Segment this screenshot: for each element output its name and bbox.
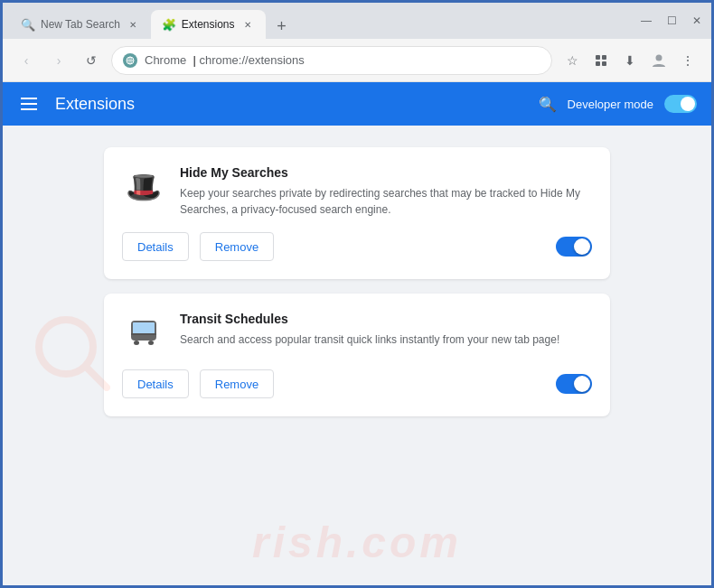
hide-my-searches-icon: 🎩 <box>122 165 165 209</box>
svg-rect-13 <box>133 322 143 335</box>
address-text: Chrome | chrome://extensions <box>145 53 305 67</box>
transit-schedules-remove-button[interactable]: Remove <box>200 369 274 398</box>
tab-search-label: New Tab Search <box>41 18 120 31</box>
transit-schedules-details-button[interactable]: Details <box>122 369 189 398</box>
svg-rect-14 <box>144 322 155 335</box>
extensions-header: Extensions 🔍 Developer mode <box>3 82 711 126</box>
transit-schedules-name: Transit Schedules <box>180 312 592 326</box>
extensions-page-title: Extensions <box>55 95 135 114</box>
url-text: chrome://extensions <box>199 53 304 67</box>
svg-point-8 <box>656 54 662 61</box>
hide-my-searches-details-button[interactable]: Details <box>122 232 189 261</box>
bookmark-icon[interactable]: ☆ <box>559 48 585 73</box>
download-icon[interactable]: ⬇ <box>617 48 643 73</box>
profile-icon[interactable] <box>646 48 672 73</box>
tab-extensions-close[interactable]: ✕ <box>240 17 255 32</box>
transit-schedules-icon <box>122 312 165 355</box>
window-controls: — ☐ ✕ <box>639 14 704 28</box>
minimize-button[interactable]: — <box>639 14 653 28</box>
watermark-text: rish.com <box>252 518 462 567</box>
toolbar-icons: ☆ ⬇ ⋮ <box>559 48 700 73</box>
hide-my-searches-name: Hide My Searches <box>180 165 592 180</box>
extension-icon[interactable] <box>588 48 614 73</box>
card-bottom-hide-my-searches: Details Remove <box>122 232 592 261</box>
tab-extensions-label: Extensions <box>182 18 235 31</box>
tab-extensions-icon: 🧩 <box>162 18 176 32</box>
header-search-icon[interactable]: 🔍 <box>539 96 557 113</box>
svg-rect-17 <box>131 333 156 335</box>
menu-icon[interactable]: ⋮ <box>675 48 700 73</box>
main-content: rish.com 🎩 Hide My Searches Keep your se… <box>3 126 711 585</box>
tab-search-close[interactable]: ✕ <box>126 17 140 32</box>
hide-my-searches-info: Hide My Searches Keep your searches priv… <box>180 165 592 218</box>
address-bar: ‹ › ↺ Chrome | chrome://extensions ☆ <box>3 39 711 82</box>
developer-mode-toggle[interactable] <box>664 95 697 113</box>
svg-rect-16 <box>148 341 154 345</box>
site-icon <box>123 53 137 68</box>
site-name: Chrome <box>145 53 186 67</box>
svg-rect-15 <box>134 341 139 345</box>
back-button[interactable]: ‹ <box>14 48 39 73</box>
tab-search-icon: 🔍 <box>21 18 35 32</box>
developer-mode-label: Developer mode <box>568 98 653 111</box>
refresh-button[interactable]: ↺ <box>79 48 104 73</box>
title-bar: 🔍 New Tab Search ✕ 🧩 Extensions ✕ + — ☐ … <box>3 3 711 39</box>
svg-rect-5 <box>602 55 606 60</box>
tab-strip: 🔍 New Tab Search ✕ 🧩 Extensions ✕ + <box>10 3 632 39</box>
extension-card-transit-schedules: Transit Schedules Search and access popu… <box>104 294 610 416</box>
card-top-hide-my-searches: 🎩 Hide My Searches Keep your searches pr… <box>122 165 592 218</box>
tab-new-tab-search[interactable]: 🔍 New Tab Search ✕ <box>10 10 151 39</box>
hide-my-searches-desc: Keep your searches private by redirectin… <box>180 185 592 218</box>
maximize-button[interactable]: ☐ <box>664 14 679 28</box>
card-top-transit-schedules: Transit Schedules Search and access popu… <box>122 312 592 355</box>
url-bar[interactable]: Chrome | chrome://extensions <box>111 46 552 75</box>
svg-rect-7 <box>602 61 606 66</box>
hamburger-menu[interactable] <box>17 94 41 114</box>
transit-schedules-toggle[interactable] <box>556 374 592 394</box>
hide-my-searches-remove-button[interactable]: Remove <box>200 232 274 261</box>
extension-card-hide-my-searches: 🎩 Hide My Searches Keep your searches pr… <box>104 147 610 279</box>
forward-button[interactable]: › <box>46 48 71 73</box>
tab-extensions[interactable]: 🧩 Extensions ✕ <box>151 10 266 39</box>
card-bottom-transit-schedules: Details Remove <box>122 369 592 398</box>
browser-window: 🔍 New Tab Search ✕ 🧩 Extensions ✕ + — ☐ … <box>0 0 714 588</box>
hide-my-searches-toggle[interactable] <box>556 237 592 257</box>
svg-rect-4 <box>596 55 600 60</box>
close-button[interactable]: ✕ <box>690 14 704 28</box>
svg-point-9 <box>39 320 93 374</box>
new-tab-button[interactable]: + <box>269 14 295 39</box>
svg-rect-6 <box>596 61 600 66</box>
header-right: 🔍 Developer mode <box>539 95 697 113</box>
transit-schedules-info: Transit Schedules Search and access popu… <box>180 312 592 348</box>
transit-schedules-desc: Search and access popular transit quick … <box>180 331 592 348</box>
